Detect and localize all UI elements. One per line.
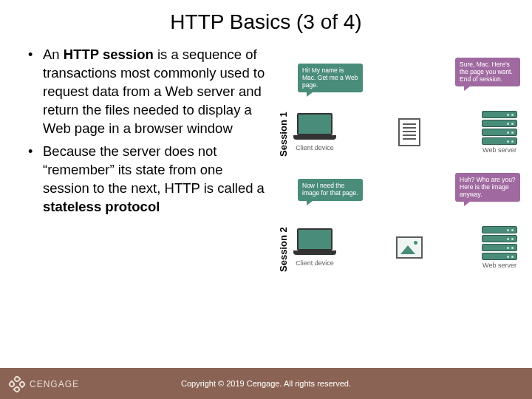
image-icon: [396, 236, 423, 259]
session-row-content: Now I need the image for that page. Huh?…: [293, 205, 517, 269]
document-icon: [398, 118, 420, 146]
bullet-text-column: An HTTP session is a sequence of transac…: [27, 46, 270, 294]
laptop-icon: [293, 228, 336, 258]
server-caption: Web server: [482, 262, 516, 269]
session-row-content: Hi! My name is Mac. Get me a Web page. S…: [293, 90, 517, 154]
brand-logo: CENGAGE: [9, 376, 79, 392]
bullet-item: Because the server does not “remember” i…: [27, 143, 270, 216]
content-area: An HTTP session is a sequence of transac…: [0, 38, 532, 294]
client-device: Client device: [293, 113, 336, 151]
bullet-item: An HTTP session is a sequence of transac…: [27, 46, 270, 138]
server-speech-bubble: Huh? Who are you? Here is the image anyw…: [455, 173, 520, 202]
brand-logo-mark: [9, 376, 25, 392]
laptop-icon: [293, 113, 336, 143]
server-icon: [482, 226, 517, 260]
copyright-text: Copyright © 2019 Cengage. All rights res…: [181, 379, 351, 388]
bullet-text-pre: An: [43, 47, 64, 62]
bullet-text-bold: stateless protocol: [43, 199, 160, 214]
bullet-text-pre: Because the server does not “remember” i…: [43, 143, 265, 196]
session-label: Session 2: [278, 216, 289, 283]
client-speech-bubble: Now I need the image for that page.: [298, 179, 363, 201]
bullet-text-bold: HTTP session: [64, 47, 154, 62]
payload-icon-wrap: [348, 236, 470, 259]
web-server: Web server: [482, 226, 517, 269]
web-server: Web server: [482, 111, 517, 154]
server-caption: Web server: [482, 146, 516, 154]
client-device: Client device: [293, 228, 336, 267]
slide-title: HTTP Basics (3 of 4): [0, 0, 532, 38]
payload-icon-wrap: [348, 118, 470, 146]
brand-logo-text: CENGAGE: [30, 379, 79, 389]
session-row-2: Session 2 Now I need the image for that …: [278, 205, 517, 294]
server-speech-bubble: Sure, Mac. Here's the page you want. End…: [455, 58, 520, 86]
client-caption: Client device: [296, 259, 334, 267]
session-diagram: Session 1 Hi! My name is Mac. Get me a W…: [270, 46, 517, 294]
footer-bar: CENGAGE Copyright © 2019 Cengage. All ri…: [0, 368, 532, 399]
server-icon: [482, 111, 517, 145]
client-speech-bubble: Hi! My name is Mac. Get me a Web page.: [298, 64, 363, 92]
session-row-1: Session 1 Hi! My name is Mac. Get me a W…: [278, 90, 517, 179]
client-caption: Client device: [296, 144, 334, 151]
session-label: Session 1: [278, 101, 289, 168]
